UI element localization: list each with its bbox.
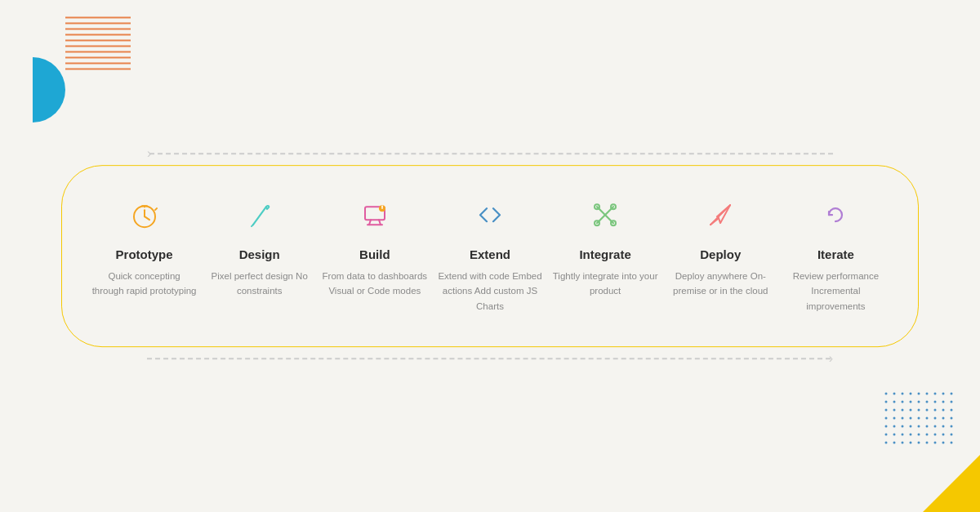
decorative-blue-circle — [0, 57, 65, 122]
svg-point-23 — [910, 409, 912, 412]
svg-line-71 — [253, 207, 266, 225]
svg-point-30 — [893, 417, 896, 420]
workflow-item-iterate: Iterate Review performance Incremental i… — [782, 194, 889, 314]
svg-line-67 — [145, 216, 149, 220]
svg-point-36 — [942, 417, 945, 420]
svg-point-13 — [902, 401, 904, 403]
code-icon — [470, 194, 510, 235]
design-desc: Pixel perfect design No constraints — [207, 269, 313, 299]
send-icon — [700, 194, 741, 235]
extend-title: Extend — [470, 247, 510, 263]
svg-point-48 — [893, 434, 896, 436]
refresh-icon — [815, 194, 856, 235]
svg-point-47 — [885, 434, 888, 436]
svg-point-25 — [926, 409, 929, 412]
svg-point-27 — [942, 409, 945, 412]
workflow-item-build: Build From data to dashboards Visual or … — [322, 194, 428, 299]
prototype-title: Prototype — [116, 247, 173, 263]
workflow-item-integrate: Integrate Tightly integrate into your pr… — [552, 194, 658, 299]
svg-point-33 — [918, 417, 920, 420]
svg-point-35 — [934, 417, 937, 420]
svg-point-40 — [902, 425, 904, 428]
svg-point-49 — [902, 434, 904, 436]
tool-icon — [354, 194, 395, 235]
svg-point-55 — [951, 434, 953, 436]
deploy-desc: Deploy anywhere On-premise or in the clo… — [667, 269, 773, 299]
svg-point-53 — [934, 434, 937, 436]
svg-point-32 — [910, 417, 912, 420]
svg-point-64 — [951, 442, 953, 444]
deploy-title: Deploy — [700, 247, 741, 263]
svg-point-18 — [942, 401, 945, 403]
svg-point-50 — [910, 434, 912, 436]
svg-point-60 — [918, 442, 920, 444]
svg-point-37 — [951, 417, 953, 420]
svg-point-56 — [885, 442, 888, 444]
extend-desc: Extend with code Embed actions Add custo… — [437, 269, 543, 314]
prototype-desc: Quick concepting through rapid prototypi… — [91, 269, 198, 299]
workflow-item-prototype: Prototype Quick concepting through rapid… — [91, 194, 198, 299]
workflow-item-design: Design Pixel perfect design No constrain… — [207, 194, 313, 299]
svg-point-6 — [918, 393, 920, 395]
svg-point-58 — [902, 442, 904, 444]
decorative-yellow-triangle — [923, 455, 980, 512]
svg-point-5 — [910, 393, 912, 395]
iterate-title: Iterate — [817, 247, 854, 263]
svg-point-43 — [926, 425, 929, 428]
design-title: Design — [239, 247, 280, 263]
svg-point-52 — [926, 434, 929, 436]
svg-point-39 — [893, 425, 896, 428]
svg-point-26 — [934, 409, 937, 412]
svg-rect-1 — [65, 15, 131, 72]
svg-point-44 — [934, 425, 937, 428]
svg-point-61 — [926, 442, 929, 444]
svg-point-31 — [902, 417, 904, 420]
workflow-item-extend: Extend Extend with code Embed actions Ad… — [437, 194, 543, 314]
clock-icon — [124, 194, 165, 235]
svg-point-16 — [926, 401, 929, 403]
svg-point-59 — [910, 442, 912, 444]
svg-point-15 — [918, 401, 920, 403]
svg-point-3 — [893, 393, 896, 395]
integrate-title: Integrate — [579, 247, 630, 263]
svg-point-10 — [951, 393, 953, 395]
svg-point-46 — [951, 425, 953, 428]
svg-point-28 — [951, 409, 953, 412]
svg-point-19 — [951, 401, 953, 403]
svg-point-21 — [893, 409, 896, 412]
iterate-desc: Review performance Incremental improveme… — [782, 269, 889, 314]
svg-point-51 — [918, 434, 920, 436]
tools-icon — [585, 194, 626, 235]
svg-point-7 — [926, 393, 929, 395]
bottom-arrow-line: › — [147, 352, 833, 365]
svg-point-20 — [885, 409, 888, 412]
svg-point-2 — [885, 393, 888, 395]
svg-point-22 — [902, 409, 904, 412]
pencil-icon — [239, 194, 280, 235]
svg-point-62 — [934, 442, 937, 444]
svg-point-17 — [934, 401, 937, 403]
svg-point-57 — [893, 442, 896, 444]
svg-point-9 — [942, 393, 945, 395]
svg-point-29 — [885, 417, 888, 420]
workflow-arrows-wrapper: › › Prototyp — [61, 165, 919, 348]
svg-point-14 — [910, 401, 912, 403]
svg-point-38 — [885, 425, 888, 428]
svg-point-42 — [918, 425, 920, 428]
workflow-section: › › Prototyp — [61, 165, 919, 348]
integrate-desc: Tightly integrate into your product — [552, 269, 658, 299]
svg-point-11 — [885, 401, 888, 403]
decorative-lines — [65, 15, 131, 72]
svg-point-63 — [942, 442, 945, 444]
svg-line-86 — [710, 218, 719, 225]
decorative-dots: // Generate dots — [882, 390, 956, 447]
workflow-container: Prototype Quick concepting through rapid… — [61, 165, 919, 348]
workflow-item-deploy: Deploy Deploy anywhere On-premise or in … — [667, 194, 773, 299]
build-desc: From data to dashboards Visual or Code m… — [322, 269, 428, 299]
top-arrow-line: › — [147, 147, 833, 160]
svg-point-41 — [910, 425, 912, 428]
svg-point-24 — [918, 409, 920, 412]
svg-point-54 — [942, 434, 945, 436]
build-title: Build — [359, 247, 390, 263]
svg-point-8 — [934, 393, 937, 395]
